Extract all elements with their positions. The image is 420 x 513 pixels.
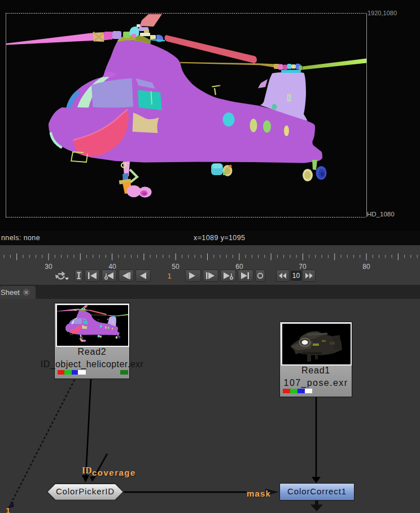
svg-text:30: 30	[45, 263, 53, 271]
svg-text:60: 60	[235, 263, 243, 271]
svg-text:70: 70	[299, 263, 307, 271]
svg-text:80: 80	[362, 263, 370, 271]
svg-text:1: 1	[167, 272, 171, 280]
svg-text:40: 40	[108, 263, 116, 271]
svg-text:50: 50	[172, 263, 180, 271]
